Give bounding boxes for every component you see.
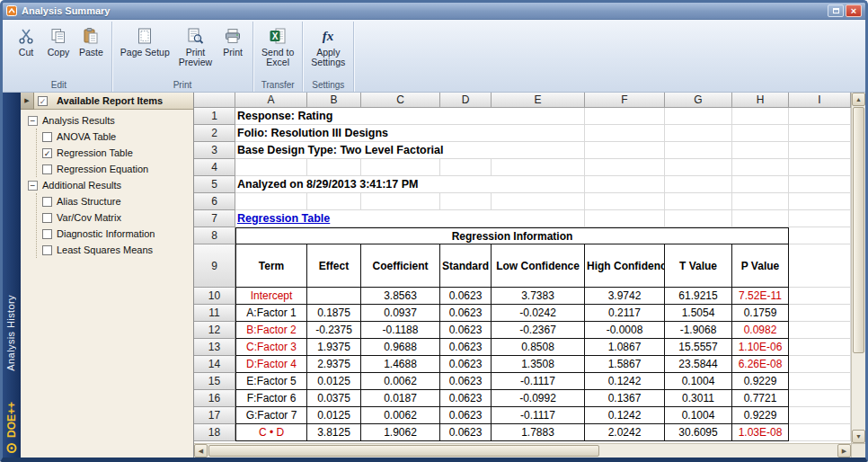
regression-table-cell[interactable]: 2.9375 xyxy=(307,356,361,373)
row-header[interactable]: 15 xyxy=(194,373,235,390)
cell[interactable] xyxy=(789,339,851,356)
cell[interactable] xyxy=(789,193,851,210)
regression-table-cell[interactable]: -0.2367 xyxy=(492,322,585,339)
cell[interactable] xyxy=(665,108,732,125)
cell[interactable] xyxy=(732,108,789,125)
cell[interactable] xyxy=(789,244,851,288)
cell[interactable] xyxy=(235,193,307,210)
cell[interactable] xyxy=(732,176,789,193)
regression-table-cell[interactable]: -0.1188 xyxy=(361,322,440,339)
cell[interactable] xyxy=(789,142,851,159)
regression-table-cell[interactable]: 0.0623 xyxy=(440,305,492,322)
regression-table-cell[interactable]: 0.1367 xyxy=(585,390,665,407)
tree-group-additional-results[interactable]: −Additional Results xyxy=(24,177,191,193)
cell[interactable] xyxy=(585,210,665,227)
cell[interactable] xyxy=(665,125,732,142)
row-header[interactable]: 7 xyxy=(194,210,235,227)
column-header[interactable]: B xyxy=(307,93,361,108)
regression-table-cell[interactable]: -0.0242 xyxy=(492,305,585,322)
regression-table-cell[interactable]: 1.3508 xyxy=(492,356,585,373)
apply-settings-button[interactable]: fx Apply Settings xyxy=(306,23,350,68)
print-button[interactable]: Print xyxy=(217,23,249,58)
cell[interactable] xyxy=(789,159,851,176)
regression-table-cell[interactable]: -0.1117 xyxy=(492,407,585,424)
expand-collapse-icon[interactable]: − xyxy=(28,116,38,126)
regression-table-cell[interactable]: 0.1004 xyxy=(665,407,732,424)
cell[interactable] xyxy=(789,288,851,305)
cell[interactable] xyxy=(307,159,361,176)
cell[interactable] xyxy=(732,210,789,227)
regression-table-cell[interactable]: 3.7383 xyxy=(492,288,585,305)
regression-table-cell[interactable]: 0.0062 xyxy=(361,373,440,390)
tree-item-alias-structure[interactable]: Alias Structure xyxy=(42,193,191,209)
regression-table-cell[interactable]: 3.9742 xyxy=(585,288,665,305)
regression-table-cell[interactable]: 7.52E-11 xyxy=(732,288,789,305)
row-header[interactable]: 13 xyxy=(194,339,235,356)
regression-table-cell[interactable]: 0.0125 xyxy=(307,373,361,390)
row-header[interactable]: 1 xyxy=(194,108,235,125)
regression-table-cell[interactable]: D:Factor 4 xyxy=(235,356,307,373)
regression-table-cell[interactable]: -0.1117 xyxy=(492,373,585,390)
regression-table-cell[interactable] xyxy=(307,288,361,305)
regression-table-header-cell[interactable]: P Value xyxy=(732,244,789,288)
regression-table-header-cell[interactable]: High Confidence xyxy=(585,244,665,288)
select-all-corner[interactable] xyxy=(194,93,235,108)
regression-table-header-cell[interactable]: T Value xyxy=(665,244,732,288)
regression-table-cell[interactable]: B:Factor 2 xyxy=(235,322,307,339)
regression-table-cell[interactable]: 0.3011 xyxy=(665,390,732,407)
row-header[interactable]: 4 xyxy=(194,159,235,176)
regression-table-cell[interactable]: 0.9688 xyxy=(361,339,440,356)
close-button[interactable]: × xyxy=(846,4,862,17)
regression-table-cell[interactable]: 1.0867 xyxy=(585,339,665,356)
cell[interactable] xyxy=(789,322,851,339)
regression-table-cell[interactable]: 1.9375 xyxy=(307,339,361,356)
regression-table-cell[interactable]: -1.9068 xyxy=(665,322,732,339)
row-header[interactable]: 16 xyxy=(194,390,235,407)
regression-table-cell[interactable]: 1.10E-06 xyxy=(732,339,789,356)
page-setup-button[interactable]: Page Setup xyxy=(116,23,174,58)
regression-table-cell[interactable]: A:Factor 1 xyxy=(235,305,307,322)
copy-button[interactable]: Copy xyxy=(42,23,75,58)
regression-table-cell[interactable]: 6.26E-08 xyxy=(732,356,789,373)
cell[interactable] xyxy=(732,193,789,210)
checkbox[interactable] xyxy=(42,213,52,223)
cell[interactable] xyxy=(440,193,492,210)
tree-item-regression-equation[interactable]: Regression Equation xyxy=(42,161,191,177)
row-header[interactable]: 2 xyxy=(194,125,235,142)
regression-table-cell[interactable]: 23.5844 xyxy=(665,356,732,373)
tree-item-var-cov-matrix[interactable]: Var/Cov Matrix xyxy=(42,209,191,226)
cell[interactable]: Response: Rating xyxy=(235,108,585,125)
cell[interactable] xyxy=(789,424,851,441)
column-header[interactable]: A xyxy=(235,93,307,108)
checkbox[interactable] xyxy=(42,132,52,142)
checkbox[interactable]: ✓ xyxy=(42,148,52,158)
regression-table-cell[interactable]: 0.1004 xyxy=(665,373,732,390)
regression-table-cell[interactable]: 0.0623 xyxy=(440,424,492,441)
checkbox[interactable] xyxy=(42,229,52,239)
regression-table-cell[interactable]: C:Factor 3 xyxy=(235,339,307,356)
cell[interactable] xyxy=(789,108,851,125)
regression-table-cell[interactable]: 0.1242 xyxy=(585,373,665,390)
regression-table-title-cell[interactable]: Regression Information xyxy=(235,227,789,244)
row-header[interactable]: 10 xyxy=(194,288,235,305)
regression-table-cell[interactable]: 0.0623 xyxy=(440,356,492,373)
cell[interactable] xyxy=(585,176,665,193)
scroll-right-button[interactable]: ▶ xyxy=(837,444,851,458)
horizontal-scroll-thumb[interactable] xyxy=(208,445,599,457)
row-header[interactable]: 11 xyxy=(194,305,235,322)
regression-table-cell[interactable]: 0.1759 xyxy=(732,305,789,322)
regression-table-cell[interactable]: E:Factor 5 xyxy=(235,373,307,390)
regression-table-cell[interactable]: 0.0982 xyxy=(732,322,789,339)
paste-button[interactable]: Paste xyxy=(75,23,108,58)
regression-table-cell[interactable]: 1.9062 xyxy=(361,424,440,441)
regression-table-cell[interactable]: 1.5054 xyxy=(665,305,732,322)
row-header[interactable]: 6 xyxy=(194,193,235,210)
cell[interactable] xyxy=(789,356,851,373)
row-header[interactable]: 14 xyxy=(194,356,235,373)
cut-button[interactable]: Cut xyxy=(10,23,42,58)
print-preview-button[interactable]: Print Preview xyxy=(174,23,217,68)
regression-table-cell[interactable]: 0.0623 xyxy=(440,288,492,305)
cell[interactable] xyxy=(789,373,851,390)
regression-table-cell[interactable]: C • D xyxy=(235,424,307,441)
regression-table-header-cell[interactable]: Term xyxy=(235,244,307,288)
